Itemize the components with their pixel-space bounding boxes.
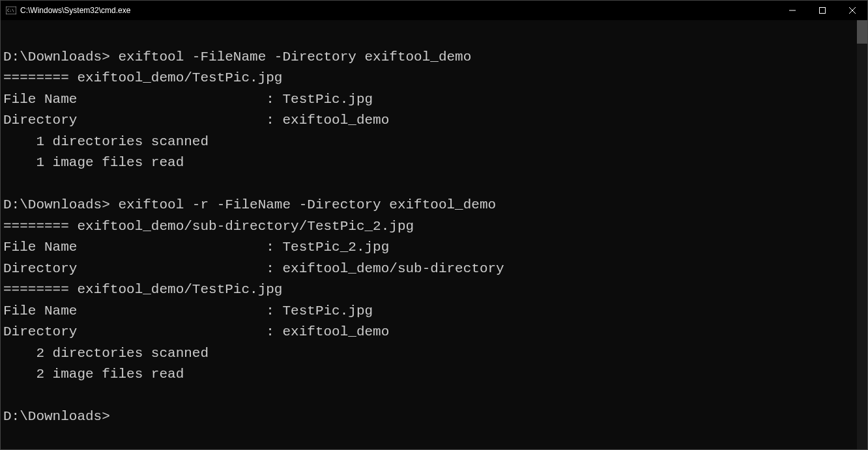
cmd-icon: C:\	[6, 5, 16, 16]
minimize-button[interactable]	[777, 1, 807, 20]
terminal-output[interactable]: D:\Downloads> exiftool -FileName -Direct…	[1, 20, 857, 449]
close-button[interactable]	[837, 1, 867, 20]
window-title: C:\Windows\System32\cmd.exe	[20, 6, 130, 15]
maximize-button[interactable]	[807, 1, 837, 20]
cmd-window: C:\ C:\Windows\System32\cmd.exe D:\Downl…	[0, 0, 868, 450]
titlebar[interactable]: C:\ C:\Windows\System32\cmd.exe	[1, 1, 867, 20]
vertical-scrollbar[interactable]	[857, 20, 867, 449]
client-area: D:\Downloads> exiftool -FileName -Direct…	[1, 20, 867, 449]
svg-text:C:\: C:\	[7, 8, 14, 12]
scroll-thumb[interactable]	[857, 20, 867, 44]
svg-rect-3	[820, 8, 826, 14]
